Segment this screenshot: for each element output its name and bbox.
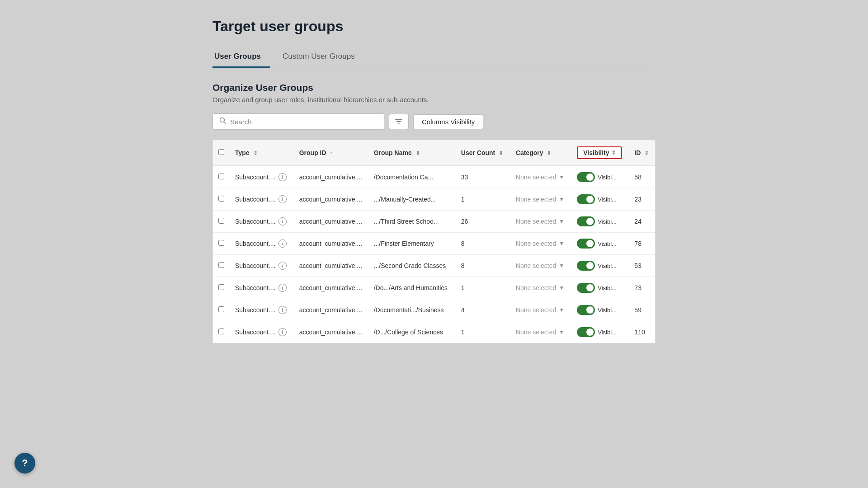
tab-user-groups[interactable]: User Groups xyxy=(212,47,270,68)
row-visibility: Visibl... xyxy=(571,255,629,277)
columns-visibility-button[interactable]: Columns Visibility xyxy=(413,114,483,129)
info-icon[interactable]: i xyxy=(278,217,287,225)
row-group-id: account_cumulative.... xyxy=(294,321,368,343)
visibility-toggle[interactable] xyxy=(577,283,595,293)
select-all-checkbox[interactable] xyxy=(218,149,224,155)
search-input[interactable] xyxy=(230,118,377,126)
row-group-name: /Documentati.../Business xyxy=(368,299,456,321)
col-category[interactable]: Category ⇕ xyxy=(510,140,571,166)
row-group-id: account_cumulative.... xyxy=(294,166,368,188)
row-checkbox-cell[interactable] xyxy=(213,255,230,277)
visibility-toggle[interactable] xyxy=(577,216,595,226)
tab-custom-user-groups[interactable]: Custom User Groups xyxy=(281,47,364,68)
visibility-toggle[interactable] xyxy=(577,194,595,204)
row-type: Subaccount.... i xyxy=(230,211,294,233)
col-visibility[interactable]: Visibility ⇕ xyxy=(571,140,629,166)
table-row: Subaccount.... i account_cumulative.... … xyxy=(213,277,655,299)
row-checkbox-cell[interactable] xyxy=(213,277,230,299)
category-dropdown-arrow[interactable]: ▼ xyxy=(559,218,564,225)
row-user-count: 1 xyxy=(456,321,510,343)
visibility-toggle[interactable] xyxy=(577,172,595,182)
row-group-name: /Documentation Ca... xyxy=(368,166,456,188)
row-user-count: 8 xyxy=(456,255,510,277)
row-id: 58 xyxy=(629,166,655,188)
row-user-count: 4 xyxy=(456,299,510,321)
row-group-id: account_cumulative.... xyxy=(294,255,368,277)
row-type: Subaccount.... i xyxy=(230,321,294,343)
row-checkbox[interactable] xyxy=(218,218,224,224)
info-icon[interactable]: i xyxy=(278,328,287,336)
table-row: Subaccount.... i account_cumulative.... … xyxy=(213,166,655,188)
row-visibility: Visibl... xyxy=(571,166,629,188)
row-checkbox-cell[interactable] xyxy=(213,166,230,188)
filter-button[interactable] xyxy=(389,114,409,129)
info-icon[interactable]: i xyxy=(278,239,287,248)
visibility-label: Visibl... xyxy=(598,240,617,247)
info-icon[interactable]: i xyxy=(278,195,287,203)
category-dropdown-arrow[interactable]: ▼ xyxy=(559,329,564,335)
col-user-count[interactable]: User Count ⇕ xyxy=(456,140,510,166)
row-checkbox[interactable] xyxy=(218,284,224,290)
row-group-id: account_cumulative.... xyxy=(294,211,368,233)
col-id[interactable]: ID ⇕ xyxy=(629,140,655,166)
row-visibility: Visibl... xyxy=(571,233,629,255)
row-id: 78 xyxy=(629,233,655,255)
category-dropdown-arrow[interactable]: ▼ xyxy=(559,240,564,247)
col-type[interactable]: Type ⇕ xyxy=(230,140,294,166)
data-table: Type ⇕ Group ID ↑ Group Name ⇕ User Coun… xyxy=(213,140,655,343)
category-dropdown-arrow[interactable]: ▼ xyxy=(559,285,564,291)
col-group-name[interactable]: Group Name ⇕ xyxy=(368,140,456,166)
row-group-name: /D.../College of Sciences xyxy=(368,321,456,343)
select-all-header[interactable] xyxy=(213,140,230,166)
row-checkbox[interactable] xyxy=(218,328,224,334)
category-dropdown-arrow[interactable]: ▼ xyxy=(559,307,564,313)
row-checkbox[interactable] xyxy=(218,196,224,202)
row-type: Subaccount.... i xyxy=(230,255,294,277)
row-id: 110 xyxy=(629,321,655,343)
category-dropdown-arrow[interactable]: ▼ xyxy=(559,263,564,269)
info-icon[interactable]: i xyxy=(278,306,287,314)
visibility-label: Visibl... xyxy=(598,196,617,203)
row-checkbox[interactable] xyxy=(218,306,224,312)
toolbar: Columns Visibility xyxy=(212,113,656,130)
visibility-toggle[interactable] xyxy=(577,261,595,271)
info-icon[interactable]: i xyxy=(278,173,287,181)
group-name-sort-icon: ⇕ xyxy=(415,150,420,156)
row-checkbox-cell[interactable] xyxy=(213,188,230,211)
row-checkbox[interactable] xyxy=(218,262,224,268)
row-checkbox[interactable] xyxy=(218,240,224,246)
info-icon[interactable]: i xyxy=(278,262,287,270)
page-container: Target user groups User Groups Custom Us… xyxy=(185,0,683,361)
visibility-toggle[interactable] xyxy=(577,239,595,249)
row-checkbox[interactable] xyxy=(218,174,224,179)
visibility-label: Visibl... xyxy=(598,307,617,314)
row-checkbox-cell[interactable] xyxy=(213,233,230,255)
help-button[interactable]: ? xyxy=(14,453,35,474)
category-dropdown-arrow[interactable]: ▼ xyxy=(559,174,564,180)
col-group-id[interactable]: Group ID ↑ xyxy=(294,140,368,166)
row-visibility: Visibl... xyxy=(571,299,629,321)
visibility-label: Visibl... xyxy=(598,285,617,291)
visibility-sort-icon: ⇕ xyxy=(611,150,616,156)
visibility-label: Visibl... xyxy=(598,174,617,181)
visibility-toggle[interactable] xyxy=(577,305,595,315)
row-group-name: .../Finster Elementary xyxy=(368,233,456,255)
search-box[interactable] xyxy=(212,113,384,130)
row-checkbox-cell[interactable] xyxy=(213,321,230,343)
visibility-toggle[interactable] xyxy=(577,327,595,337)
row-visibility: Visibl... xyxy=(571,211,629,233)
row-checkbox-cell[interactable] xyxy=(213,299,230,321)
id-sort-icon: ⇕ xyxy=(644,150,649,156)
row-checkbox-cell[interactable] xyxy=(213,211,230,233)
row-type: Subaccount.... i xyxy=(230,166,294,188)
row-visibility: Visibl... xyxy=(571,188,629,211)
row-user-count: 26 xyxy=(456,211,510,233)
info-icon[interactable]: i xyxy=(278,284,287,292)
data-table-wrapper: Type ⇕ Group ID ↑ Group Name ⇕ User Coun… xyxy=(212,140,656,343)
user-count-sort-icon: ⇕ xyxy=(499,150,503,156)
table-row: Subaccount.... i account_cumulative.... … xyxy=(213,255,655,277)
category-dropdown-arrow[interactable]: ▼ xyxy=(559,196,564,202)
row-user-count: 8 xyxy=(456,233,510,255)
type-sort-icon: ⇕ xyxy=(253,150,258,156)
section-title: Organize User Groups xyxy=(212,82,656,93)
